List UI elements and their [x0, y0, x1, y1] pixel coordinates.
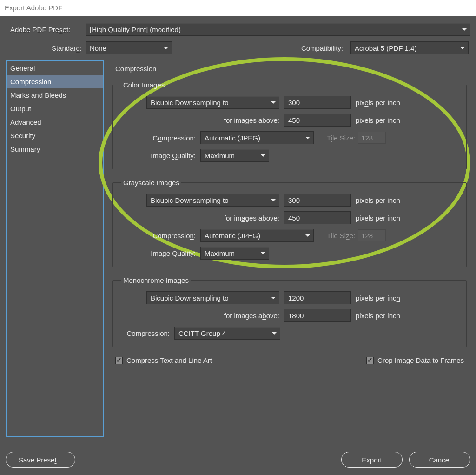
sidebar-item-summary[interactable]: Summary — [7, 142, 103, 156]
color-tile-value: 128 — [358, 132, 386, 144]
gray-tile-value: 128 — [358, 229, 386, 241]
color-images-group: Color Images Bicubic Downsampling to 300… — [112, 81, 467, 169]
sidebar-item-general[interactable]: General — [7, 61, 103, 75]
cancel-button[interactable]: Cancel — [409, 452, 470, 468]
check-icon — [115, 357, 123, 364]
gray-quality-select[interactable]: Maximum — [200, 247, 269, 260]
standard-value: None — [90, 44, 106, 52]
color-above-label: for images above: — [119, 116, 284, 124]
panel-title: Compression — [115, 65, 467, 73]
category-sidebar: General Compression Marks and Bleeds Out… — [6, 60, 104, 437]
grayscale-images-group: Grayscale Images Bicubic Downsampling to… — [112, 179, 467, 267]
mono-above-input[interactable]: 1800 — [284, 309, 351, 322]
check-icon — [366, 357, 374, 364]
color-comp-label: Compression: — [119, 134, 200, 142]
preset-select[interactable]: [High Quality Print] (modified) — [86, 23, 470, 36]
standard-label: Standard: — [6, 44, 82, 52]
crop-image-checkbox[interactable]: Crop Image Data to Frames — [366, 356, 464, 364]
color-ppi1: pixels per inch — [356, 99, 400, 107]
gray-ppi2: pixels per inch — [356, 214, 400, 222]
grayscale-images-legend: Grayscale Images — [121, 179, 181, 187]
mono-ppi1: pixels per inch — [356, 294, 400, 302]
window-titlebar: Export Adobe PDF — [0, 0, 476, 16]
sidebar-item-marks-bleeds[interactable]: Marks and Bleeds — [7, 88, 103, 102]
mono-comp-select[interactable]: CCITT Group 4 — [174, 327, 280, 340]
export-button[interactable]: Export — [341, 452, 403, 468]
gray-downsample-select[interactable]: Bicubic Downsampling to — [146, 194, 279, 207]
main-row: General Compression Marks and Bleeds Out… — [6, 60, 470, 437]
gray-above-input[interactable]: 450 — [284, 211, 351, 224]
gray-target-input[interactable]: 300 — [284, 194, 351, 207]
mono-target-input[interactable]: 1200 — [284, 291, 351, 304]
dialog-content: Adobe PDF Preset: [High Quality Print] (… — [0, 16, 476, 437]
color-tile-label: Tile Size: — [327, 134, 355, 142]
gray-quality-label: Image Quality: — [119, 249, 200, 257]
preset-row: Adobe PDF Preset: [High Quality Print] (… — [6, 23, 470, 36]
gray-above-label: for images above: — [119, 214, 284, 222]
sidebar-item-security[interactable]: Security — [7, 129, 103, 142]
monochrome-images-legend: Monochrome Images — [121, 276, 191, 284]
mono-ppi2: pixels per inch — [356, 312, 400, 320]
gray-ppi1: pixels per inch — [356, 196, 400, 204]
standard-select[interactable]: None — [86, 41, 172, 54]
compat-select[interactable]: Acrobat 5 (PDF 1.4) — [350, 41, 469, 54]
compat-value: Acrobat 5 (PDF 1.4) — [355, 44, 416, 52]
sidebar-item-compression[interactable]: Compression — [7, 75, 103, 88]
mono-downsample-select[interactable]: Bicubic Downsampling to — [146, 291, 279, 304]
color-above-input[interactable]: 450 — [284, 114, 351, 127]
gray-comp-label: Compression: — [119, 232, 200, 240]
color-comp-select[interactable]: Automatic (JPEG) — [200, 131, 314, 144]
save-preset-button[interactable]: Save Preset... — [6, 452, 75, 468]
compat-label: Compatibility: — [301, 44, 347, 52]
mono-above-label: for images above: — [119, 312, 284, 320]
color-ppi2: pixels per inch — [356, 116, 400, 124]
color-images-legend: Color Images — [121, 81, 166, 89]
mono-comp-label: Compression: — [119, 329, 174, 337]
color-quality-label: Image Quality: — [119, 152, 200, 160]
monochrome-images-group: Monochrome Images Bicubic Downsampling t… — [112, 276, 467, 347]
preset-label: Adobe PDF Preset: — [6, 26, 82, 33]
gray-comp-select[interactable]: Automatic (JPEG) — [200, 229, 314, 242]
preset-value: [High Quality Print] (modified) — [90, 26, 181, 33]
standard-compat-row: Standard: None Compatibility: Acrobat 5 … — [6, 41, 470, 54]
dialog-footer: Save Preset... Export Cancel — [0, 452, 476, 468]
color-target-input[interactable]: 300 — [284, 96, 351, 109]
compress-text-checkbox[interactable]: Compress Text and Line Art — [115, 356, 212, 364]
gray-tile-label: Tile Size: — [327, 232, 355, 240]
window-title: Export Adobe PDF — [5, 4, 62, 12]
sidebar-item-advanced[interactable]: Advanced — [7, 115, 103, 129]
sidebar-item-output[interactable]: Output — [7, 102, 103, 115]
compression-panel: Compression Color Images Bicubic Downsam… — [112, 60, 470, 437]
color-downsample-select[interactable]: Bicubic Downsampling to — [146, 96, 279, 109]
color-quality-select[interactable]: Maximum — [200, 149, 269, 162]
